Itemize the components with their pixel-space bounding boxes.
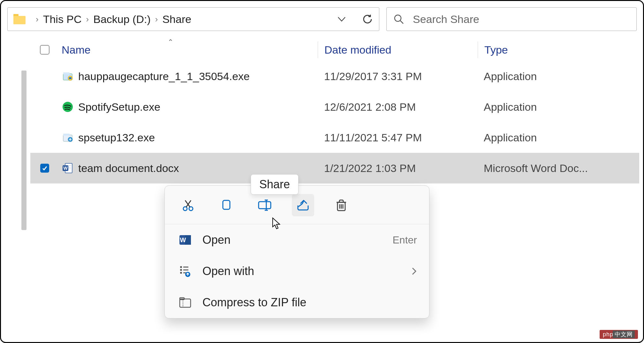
file-row[interactable]: spsetup132.exe 11/11/2021 5:47 PM Applic…: [30, 122, 639, 153]
file-row[interactable]: hauppaugecapture_1_1_35054.exe 11/29/201…: [30, 61, 639, 92]
copy-button[interactable]: [215, 194, 238, 216]
file-date: 11/29/2017 3:31 PM: [318, 70, 477, 83]
column-header-date[interactable]: Date modified: [318, 44, 478, 56]
tooltip-share: Share: [251, 174, 299, 195]
menu-item-open-with[interactable]: Open with: [165, 256, 429, 287]
context-menu-quick-actions: [165, 191, 429, 224]
file-row[interactable]: W team document.docx 1/21/2022 1:03 PM M…: [30, 153, 639, 183]
nav-pane-edge: [5, 39, 30, 183]
delete-button[interactable]: [330, 194, 352, 216]
file-date: 12/6/2021 2:08 PM: [318, 101, 477, 113]
svg-point-0: [395, 15, 401, 21]
refresh-button[interactable]: [362, 13, 373, 25]
scrollbar-thumb[interactable]: [21, 71, 27, 230]
watermark: php中文网: [600, 330, 638, 339]
file-type: Application: [477, 70, 639, 83]
select-all-checkbox[interactable]: [40, 45, 49, 55]
file-row[interactable]: SpotifySetup.exe 12/6/2021 2:08 PM Appli…: [30, 92, 639, 122]
open-with-icon: [177, 265, 193, 278]
breadcrumb-item[interactable]: Share: [162, 13, 191, 26]
svg-rect-41: [180, 299, 191, 307]
breadcrumb-item[interactable]: This PC: [43, 13, 82, 26]
breadcrumb-bar[interactable]: › This PC › Backup (D:) › Share: [7, 7, 379, 31]
column-headers: ⌃ Name Date modified Type: [30, 39, 639, 61]
chevron-right-icon: ›: [86, 14, 89, 24]
svg-rect-22: [259, 202, 271, 209]
spotify-icon: [62, 101, 74, 113]
svg-rect-8: [63, 134, 70, 136]
word-doc-icon: W: [62, 162, 74, 174]
word-app-icon: W: [177, 233, 193, 247]
menu-item-open[interactable]: W Open Enter: [165, 224, 429, 256]
file-date: 11/11/2021 5:47 PM: [318, 131, 477, 144]
breadcrumb-item[interactable]: Backup (D:): [93, 13, 151, 26]
svg-rect-3: [63, 72, 70, 74]
svg-rect-5: [69, 77, 72, 79]
column-header-name[interactable]: ⌃ Name: [59, 44, 318, 56]
svg-line-1: [400, 21, 403, 24]
share-button[interactable]: [292, 194, 314, 216]
row-checkbox-checked[interactable]: [40, 164, 49, 173]
file-type: Application: [477, 131, 639, 144]
rename-button[interactable]: [254, 194, 276, 216]
menu-item-label: Open: [202, 233, 393, 247]
zip-folder-icon: [177, 296, 193, 309]
mouse-cursor-icon: [271, 217, 282, 230]
file-name: spsetup132.exe: [78, 131, 155, 144]
history-dropdown[interactable]: [337, 16, 346, 22]
context-menu: W Open Enter Open with Compress to ZIP f…: [164, 185, 429, 318]
svg-point-35: [180, 269, 182, 271]
exe-installer-icon: [62, 131, 74, 144]
search-placeholder: Search Share: [413, 13, 479, 26]
submenu-chevron-icon: [411, 267, 417, 276]
file-date: 1/21/2022 1:03 PM: [318, 162, 477, 175]
exe-installer-icon: [62, 70, 74, 82]
menu-item-label: Compress to ZIP file: [202, 296, 417, 309]
svg-line-18: [186, 200, 191, 207]
svg-rect-20: [223, 200, 230, 209]
svg-line-19: [185, 200, 190, 207]
file-name: team document.docx: [78, 162, 179, 175]
sort-ascending-icon: ⌃: [168, 38, 173, 46]
address-toolbar: › This PC › Backup (D:) › Share Search S…: [7, 7, 637, 31]
file-name: SpotifySetup.exe: [78, 101, 160, 113]
chevron-right-icon: ›: [155, 14, 158, 24]
cut-button[interactable]: [177, 194, 199, 216]
column-header-type[interactable]: Type: [478, 44, 639, 56]
search-box[interactable]: Search Share: [386, 7, 637, 31]
svg-point-36: [180, 272, 182, 274]
menu-item-label: Open with: [202, 265, 411, 278]
file-type: Microsoft Word Doc...: [477, 162, 639, 175]
folder-icon: [13, 14, 26, 24]
svg-text:W: W: [63, 166, 68, 171]
menu-item-accelerator: Enter: [393, 234, 417, 246]
chevron-right-icon: ›: [36, 14, 39, 24]
menu-item-compress-zip[interactable]: Compress to ZIP file: [165, 287, 429, 318]
file-type: Application: [477, 101, 639, 113]
file-name: hauppaugecapture_1_1_35054.exe: [78, 70, 250, 83]
svg-text:W: W: [180, 236, 186, 243]
search-icon: [394, 14, 404, 24]
svg-point-34: [180, 266, 182, 268]
